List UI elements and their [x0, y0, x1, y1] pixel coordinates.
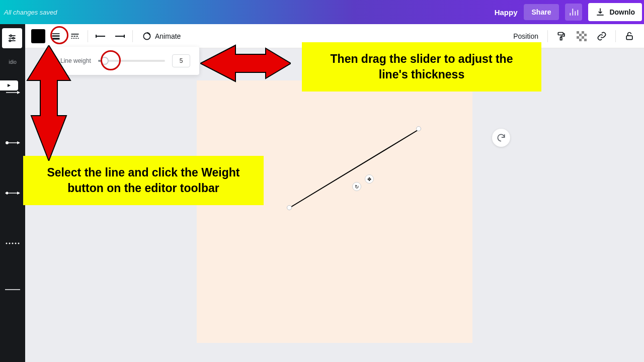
download-button[interactable]: Downlo [588, 3, 642, 21]
svg-marker-51 [200, 45, 291, 81]
svg-point-38 [12, 243, 14, 244]
svg-rect-24 [582, 36, 584, 39]
svg-point-40 [18, 243, 20, 244]
tab-arrow-right-icon [6, 82, 13, 88]
svg-rect-7 [71, 38, 72, 39]
svg-rect-26 [584, 39, 587, 41]
svg-marker-33 [5, 192, 9, 195]
line-start-button[interactable] [92, 28, 109, 45]
annotation-callout-1: Select the line and click the Weight but… [23, 156, 264, 205]
line-end-icon [114, 34, 125, 39]
line-style-button[interactable] [66, 28, 84, 45]
toolbar-divider [615, 30, 616, 42]
line-weight-input[interactable] [172, 54, 190, 67]
svg-rect-20 [582, 31, 584, 34]
svg-marker-32 [17, 141, 20, 144]
link-button[interactable] [593, 28, 610, 45]
svg-marker-35 [17, 192, 20, 195]
sidebar-settings-button[interactable] [2, 28, 22, 48]
move-icon: ✥ [367, 176, 371, 182]
svg-point-45 [13, 37, 14, 39]
svg-point-36 [6, 243, 8, 244]
line-weight-popup: Line weight [51, 47, 199, 75]
svg-rect-5 [74, 36, 75, 37]
line-color-swatch[interactable] [31, 29, 45, 43]
animate-circle-icon [142, 31, 152, 41]
side-expand-tab[interactable] [0, 80, 18, 90]
annotation-callout-2: Then drag the slider to adjust the line'… [302, 42, 541, 92]
svg-rect-3 [71, 34, 79, 35]
transparency-icon [577, 31, 587, 41]
svg-rect-11 [78, 38, 79, 39]
sidebar-label: idio [9, 59, 17, 65]
svg-marker-29 [17, 91, 20, 94]
svg-marker-48 [8, 84, 11, 87]
line-start-icon [95, 34, 106, 39]
annotation-arrow-left [200, 43, 291, 83]
animate-button[interactable]: Animate [137, 28, 186, 44]
line-handle-start[interactable] [287, 205, 292, 210]
floating-rotate-button[interactable] [492, 129, 510, 147]
line-handle-end[interactable] [416, 126, 421, 131]
happy-label[interactable]: Happy [495, 8, 518, 17]
svg-point-37 [9, 243, 11, 244]
app-header: All changes saved Happy Share Downlo [0, 0, 644, 24]
insights-button[interactable] [565, 4, 582, 21]
svg-rect-22 [584, 34, 587, 36]
line-element[interactable] [288, 129, 419, 209]
svg-rect-27 [626, 36, 632, 40]
header-actions: Happy Share Downlo [495, 3, 644, 21]
annotation-circle-weight-button [50, 26, 68, 44]
line-end-button[interactable] [111, 28, 128, 45]
svg-rect-19 [577, 31, 579, 34]
rotate-icon: ↻ [355, 184, 359, 190]
share-button[interactable]: Share [524, 4, 559, 20]
svg-point-47 [9, 40, 11, 41]
line-preset-dotted[interactable] [5, 240, 20, 247]
svg-rect-9 [74, 38, 75, 39]
stats-icon [569, 7, 579, 17]
svg-point-43 [10, 35, 12, 36]
download-icon [595, 7, 605, 17]
svg-rect-4 [71, 36, 73, 37]
toolbar-divider [547, 30, 548, 42]
svg-rect-21 [579, 34, 582, 36]
lock-icon [624, 31, 634, 41]
svg-marker-50 [27, 45, 70, 161]
design-canvas[interactable]: ↻ ✥ [197, 80, 472, 343]
svg-rect-6 [76, 36, 78, 37]
svg-line-49 [290, 130, 418, 208]
line-preset-plain[interactable] [5, 286, 20, 293]
transparency-button[interactable] [573, 28, 590, 45]
svg-rect-17 [558, 32, 563, 35]
annotation-arrow-up [26, 45, 71, 161]
line-style-icon [70, 31, 80, 41]
rotate-handle[interactable]: ↻ [352, 182, 361, 191]
svg-rect-10 [76, 38, 77, 39]
move-handle[interactable]: ✥ [365, 174, 374, 184]
save-status: All changes saved [4, 9, 57, 16]
refresh-icon [496, 133, 506, 143]
svg-rect-23 [577, 36, 579, 39]
svg-point-39 [15, 243, 17, 244]
line-preset-diamond-arrow[interactable] [5, 190, 20, 197]
lock-button[interactable] [621, 28, 638, 45]
line-preset-dot-arrow[interactable] [5, 139, 20, 146]
settings-sliders-icon [7, 33, 17, 43]
link-icon [597, 31, 607, 41]
position-button[interactable]: Position [509, 29, 542, 43]
svg-rect-8 [73, 38, 74, 39]
left-sidebar: idio [0, 24, 25, 362]
svg-rect-18 [560, 37, 562, 40]
toolbar-divider [132, 30, 133, 42]
paint-roller-icon [556, 31, 567, 41]
toolbar-divider [88, 30, 88, 42]
annotation-circle-slider-thumb [101, 50, 121, 70]
svg-rect-25 [579, 39, 582, 41]
copy-style-button[interactable] [553, 28, 570, 45]
